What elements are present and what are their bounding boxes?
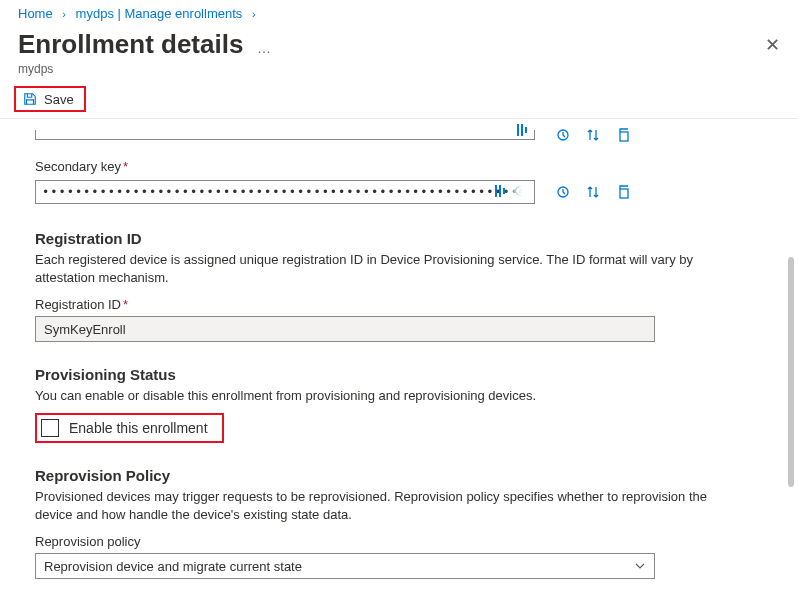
provisioning-heading: Provisioning Status: [35, 366, 760, 383]
svg-rect-4: [620, 132, 628, 141]
registration-desc: Each registered device is assigned uniqu…: [35, 251, 735, 287]
copy-icon[interactable]: [615, 184, 631, 200]
swap-icon[interactable]: [585, 127, 601, 143]
secondary-key-input[interactable]: ••••••••••••••••••••••••••••••••••••••••…: [35, 180, 535, 204]
page-subtitle: mydps: [0, 60, 798, 84]
enable-enrollment-checkbox[interactable]: Enable this enrollment: [35, 413, 224, 443]
toolbar: Save: [0, 84, 798, 119]
svg-rect-0: [517, 124, 519, 136]
scrollbar-thumb[interactable]: [788, 257, 794, 487]
reprovision-desc: Provisioned devices may trigger requests…: [35, 488, 735, 524]
more-actions-button[interactable]: …: [257, 40, 273, 56]
registration-heading: Registration ID: [35, 230, 760, 247]
regenerate-icon[interactable]: [555, 184, 571, 200]
registration-id-input[interactable]: [35, 316, 655, 342]
reprovision-policy-label: Reprovision policy: [35, 534, 760, 549]
save-button[interactable]: Save: [14, 86, 86, 112]
checkbox-icon: [41, 419, 59, 437]
reprovision-policy-value: Reprovision device and migrate current s…: [44, 559, 302, 574]
enable-enrollment-label: Enable this enrollment: [69, 420, 208, 436]
generate-icon[interactable]: [514, 122, 530, 138]
chevron-down-icon: [634, 560, 646, 572]
save-icon: [22, 91, 38, 107]
content-scroll: Secondary key* •••••••••••••••••••••••••…: [0, 119, 784, 596]
svg-rect-6: [499, 185, 501, 197]
svg-rect-10: [620, 189, 628, 198]
breadcrumb-home[interactable]: Home: [18, 6, 53, 21]
reprovision-policy-select[interactable]: Reprovision device and migrate current s…: [35, 553, 655, 579]
svg-rect-5: [495, 185, 497, 197]
breadcrumb: Home › mydps | Manage enrollments ›: [0, 0, 798, 25]
svg-rect-7: [503, 188, 505, 194]
svg-point-8: [520, 189, 524, 193]
show-icon[interactable]: [514, 183, 530, 199]
registration-id-label: Registration ID*: [35, 297, 760, 312]
generate-icon[interactable]: [492, 183, 508, 199]
provisioning-desc: You can enable or disable this enrollmen…: [35, 387, 735, 405]
svg-rect-2: [525, 127, 527, 133]
chevron-right-icon: ›: [252, 8, 256, 20]
save-label: Save: [44, 92, 74, 107]
close-button[interactable]: ✕: [765, 34, 780, 56]
reprovision-heading: Reprovision Policy: [35, 467, 760, 484]
page-title: Enrollment details: [18, 29, 243, 60]
breadcrumb-path[interactable]: mydps | Manage enrollments: [76, 6, 243, 21]
chevron-right-icon: ›: [62, 8, 66, 20]
secondary-key-label: Secondary key*: [35, 159, 760, 174]
primary-key-input[interactable]: [35, 130, 535, 140]
swap-icon[interactable]: [585, 184, 601, 200]
regenerate-icon[interactable]: [555, 127, 571, 143]
svg-rect-1: [521, 124, 523, 136]
copy-icon[interactable]: [615, 127, 631, 143]
